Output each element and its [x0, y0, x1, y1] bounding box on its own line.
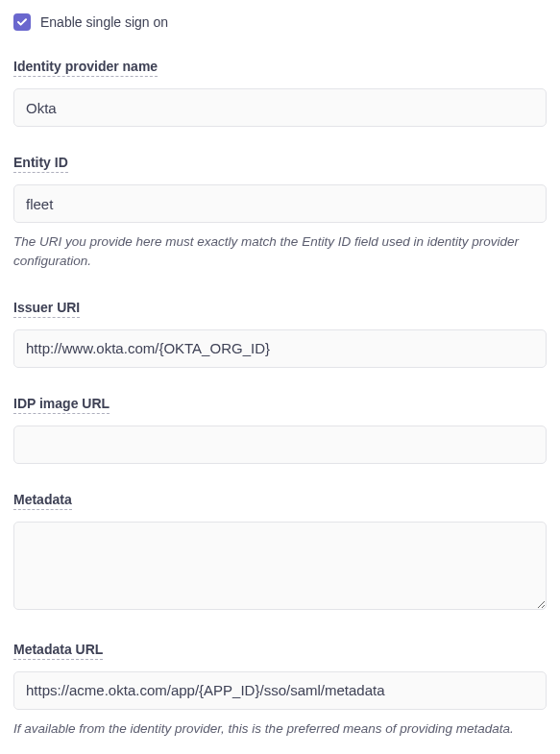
- checkmark-icon: [16, 16, 28, 28]
- issuer-uri-input[interactable]: [13, 329, 547, 368]
- enable-sso-label: Enable single sign on: [40, 14, 168, 30]
- entity-id-label: Entity ID: [13, 155, 68, 173]
- idp-name-input[interactable]: [13, 88, 547, 127]
- idp-image-url-input[interactable]: [13, 426, 547, 464]
- metadata-url-group: Metadata URL If available from the ident…: [13, 641, 547, 739]
- metadata-textarea[interactable]: [13, 522, 547, 610]
- metadata-group: Metadata: [13, 491, 547, 614]
- idp-image-url-group: IDP image URL: [13, 395, 547, 464]
- idp-name-label: Identity provider name: [13, 59, 158, 77]
- enable-sso-checkbox[interactable]: [13, 13, 31, 31]
- entity-id-input[interactable]: [13, 184, 547, 223]
- idp-image-url-label: IDP image URL: [13, 396, 110, 414]
- metadata-label: Metadata: [13, 492, 72, 510]
- enable-sso-row: Enable single sign on: [13, 13, 547, 31]
- metadata-url-label: Metadata URL: [13, 642, 103, 660]
- metadata-url-input[interactable]: [13, 671, 547, 710]
- metadata-url-help: If available from the identity provider,…: [13, 719, 547, 739]
- entity-id-group: Entity ID The URI you provide here must …: [13, 154, 547, 272]
- entity-id-help: The URI you provide here must exactly ma…: [13, 232, 547, 272]
- idp-name-group: Identity provider name: [13, 58, 547, 127]
- issuer-uri-group: Issuer URI: [13, 299, 547, 368]
- issuer-uri-label: Issuer URI: [13, 300, 80, 318]
